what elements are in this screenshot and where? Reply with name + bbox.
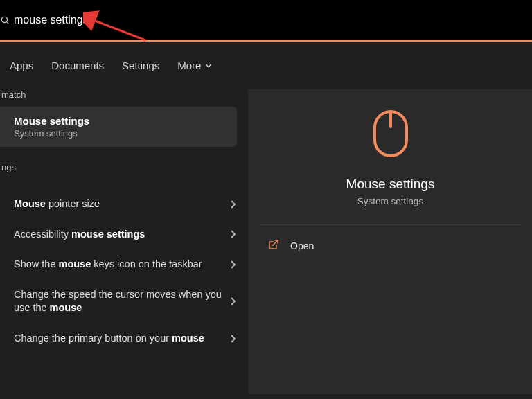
results-panel: match Mouse settings System settings ngs…: [0, 85, 248, 394]
section-header-best-match: match: [1, 85, 248, 107]
tab-settings[interactable]: Settings: [122, 60, 159, 71]
tab-label: Settings: [122, 60, 159, 71]
tab-label: More: [177, 60, 201, 71]
settings-result-item[interactable]: Accessibility mouse settings: [0, 220, 248, 250]
chevron-right-icon: [230, 230, 236, 238]
search-bar[interactable]: [0, 0, 532, 42]
annotation-arrow: [83, 10, 152, 43]
svg-point-0: [1, 17, 7, 22]
tab-label: Apps: [10, 60, 33, 71]
preview-title: Mouse settings: [346, 177, 435, 192]
open-label: Open: [290, 240, 314, 251]
chevron-right-icon: [230, 200, 236, 209]
best-match-title: Mouse settings: [14, 115, 89, 127]
mouse-icon: [372, 109, 409, 161]
filter-tabs: Apps Documents Settings More: [0, 42, 532, 85]
section-header-settings: ngs: [1, 158, 248, 179]
search-icon: [0, 15, 10, 25]
tab-apps[interactable]: Apps: [10, 60, 33, 71]
result-item-label: Change the primary button on your mouse: [14, 332, 223, 346]
result-item-label: Show the mouse keys icon on the taskbar: [14, 258, 223, 272]
best-match-subtitle: System settings: [14, 128, 89, 139]
settings-result-item[interactable]: Change the speed the cursor moves when y…: [0, 280, 248, 323]
best-match-result[interactable]: Mouse settings System settings: [0, 107, 237, 147]
text-caret: [91, 14, 92, 26]
search-input[interactable]: [10, 11, 93, 29]
settings-result-item[interactable]: Mouse pointer size: [0, 189, 248, 220]
chevron-down-icon: [205, 62, 212, 69]
result-item-label: Mouse pointer size: [14, 197, 223, 211]
tab-label: Documents: [51, 60, 104, 71]
svg-line-2: [91, 19, 145, 40]
settings-result-item[interactable]: Show the mouse keys icon on the taskbar: [0, 249, 248, 280]
result-item-label: Accessibility mouse settings: [14, 228, 223, 242]
result-item-label: Change the speed the cursor moves when y…: [14, 288, 223, 315]
chevron-right-icon: [230, 297, 236, 305]
open-external-icon: [268, 239, 279, 253]
svg-line-1: [7, 22, 9, 24]
open-action[interactable]: Open: [249, 225, 532, 267]
preview-panel: Mouse settings System settings Open: [248, 89, 532, 394]
preview-subtitle: System settings: [357, 196, 423, 206]
settings-result-list: Mouse pointer sizeAccessibility mouse se…: [0, 189, 248, 353]
svg-line-5: [273, 240, 278, 245]
tab-more[interactable]: More: [177, 60, 212, 71]
chevron-right-icon: [230, 260, 236, 269]
settings-result-item[interactable]: Change the primary button on your mouse: [0, 323, 248, 354]
chevron-right-icon: [230, 335, 236, 343]
tab-documents[interactable]: Documents: [51, 60, 104, 71]
